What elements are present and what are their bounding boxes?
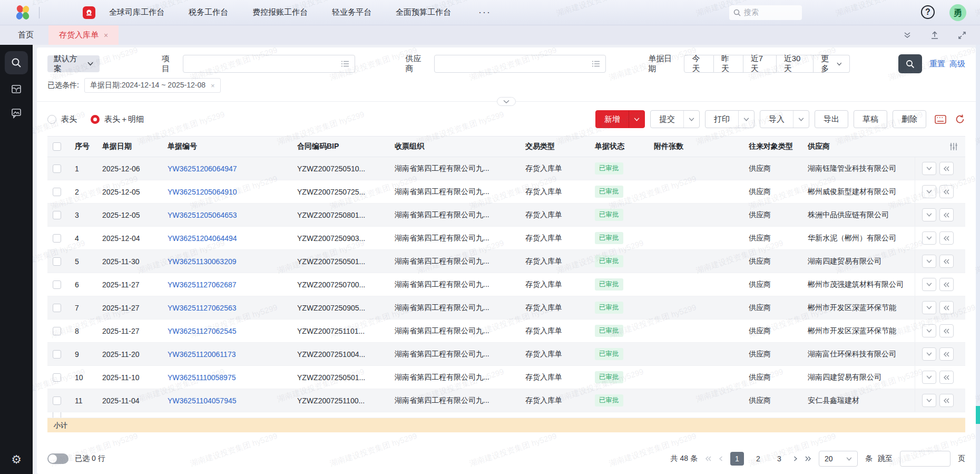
doc-number-link[interactable]: YW36251127062687 (168, 280, 237, 289)
table-row[interactable]: 1 2025-12-06 YW36251206064947 YZWZ200725… (47, 157, 965, 180)
col-header-date[interactable]: 单据日期 (97, 142, 162, 151)
col-header-status[interactable]: 单据状态 (590, 142, 649, 151)
collapse-tabs-icon[interactable] (903, 32, 912, 39)
table-row[interactable]: 8 2025-11-27 YW36251127062545 YZWZ200725… (47, 320, 965, 343)
doc-number-link[interactable]: YW36251127062563 (168, 304, 237, 312)
table-row[interactable]: 9 2025-11-20 YW36251120061173 YZWZ200725… (47, 343, 965, 366)
page-1-button[interactable]: 1 (730, 452, 744, 466)
project-input[interactable] (183, 55, 355, 73)
row-collapse-left-button[interactable] (939, 162, 954, 175)
import-button[interactable]: 导入 (760, 110, 809, 128)
expand-icon[interactable] (958, 31, 966, 40)
supplier-input[interactable] (434, 55, 606, 73)
col-header-contract[interactable]: 合同编码BIP (292, 142, 389, 151)
upload-icon[interactable] (930, 31, 939, 40)
doc-number-link[interactable]: YW36251205064653 (168, 211, 237, 219)
collapse-filter-button[interactable] (497, 97, 516, 106)
table-row[interactable]: 3 2025-12-05 YW36251205064653 YZWZ200725… (47, 204, 965, 227)
advanced-link[interactable]: 高级 (949, 59, 965, 69)
table-row[interactable]: 5 2025-11-30 YW36251130063209 YZWZ200725… (47, 250, 965, 273)
tab-home[interactable]: 首页 (0, 25, 48, 45)
table-row[interactable]: 2 2025-12-05 YW36251205064910 YZWZ200725… (47, 180, 965, 204)
delete-button[interactable]: 删除 (893, 110, 926, 128)
doc-number-link[interactable]: YW36251120061173 (168, 350, 236, 359)
row-collapse-left-button[interactable] (939, 185, 954, 198)
date-last30-button[interactable]: 近30天 (777, 55, 814, 73)
col-header-trade-type[interactable]: 交易类型 (520, 142, 590, 151)
doc-number-link[interactable]: YW36251127062545 (168, 327, 237, 335)
row-checkbox[interactable] (53, 304, 61, 312)
table-row[interactable]: 4 2025-12-04 YW36251204064494 YZWZ200725… (47, 227, 965, 250)
row-expand-button[interactable] (922, 347, 936, 361)
table-row[interactable]: 7 2025-11-27 YW36251127062563 YZWZ200725… (47, 296, 965, 320)
row-expand-button[interactable] (922, 185, 936, 198)
global-search-input[interactable]: 搜索 (729, 5, 802, 20)
tab-close-icon[interactable]: × (104, 31, 108, 40)
export-button[interactable]: 导出 (815, 110, 848, 128)
list-picker-icon[interactable] (592, 60, 600, 67)
submit-dropdown-icon[interactable] (683, 111, 699, 128)
row-collapse-left-button[interactable] (939, 347, 954, 361)
col-header-party-type[interactable]: 往来对象类型 (743, 142, 802, 151)
row-collapse-left-button[interactable] (939, 208, 954, 221)
scheme-selector[interactable]: 默认方案 (47, 55, 100, 72)
row-checkbox[interactable] (53, 280, 61, 289)
col-header-doc-no[interactable]: 单据编号 (162, 142, 292, 151)
doc-number-link[interactable]: YW36251104057945 (168, 396, 237, 405)
row-checkbox[interactable] (53, 211, 61, 219)
row-collapse-left-button[interactable] (939, 394, 954, 407)
keyboard-shortcuts-icon[interactable] (935, 115, 946, 124)
row-collapse-left-button[interactable] (939, 278, 954, 291)
row-expand-button[interactable] (922, 231, 936, 245)
condition-remove-icon[interactable]: × (211, 82, 215, 90)
tab-inventory-inbound[interactable]: 存货入库单 × (48, 25, 119, 45)
radio-header-only[interactable] (47, 115, 56, 124)
settings-gear-icon[interactable]: ⚙ (0, 453, 33, 467)
date-last7-button[interactable]: 近7天 (743, 55, 777, 73)
col-header-supplier[interactable]: 供应商 (802, 142, 915, 151)
last-page-icon[interactable] (805, 456, 811, 461)
column-filter-icon[interactable] (949, 142, 965, 151)
row-collapse-left-button[interactable] (939, 371, 954, 384)
date-yesterday-button[interactable]: 昨天 (714, 55, 743, 73)
row-expand-button[interactable] (922, 208, 936, 221)
selected-rows-toggle[interactable] (47, 453, 68, 464)
row-expand-button[interactable] (922, 301, 936, 314)
add-button[interactable]: 新增 (595, 110, 645, 128)
row-collapse-left-button[interactable] (939, 255, 954, 268)
nav-item-light-business[interactable]: 轻业务平台 (332, 7, 371, 17)
nav-item-tax[interactable]: 税务工作台 (189, 7, 228, 17)
nav-item-expense[interactable]: 费控报账工作台 (252, 7, 308, 17)
nav-more-icon[interactable]: ··· (478, 7, 491, 18)
list-picker-icon[interactable] (341, 60, 349, 67)
row-collapse-left-button[interactable] (939, 324, 954, 337)
row-expand-button[interactable] (922, 255, 936, 268)
reset-link[interactable]: 重置 (929, 59, 945, 69)
radio-header-detail[interactable] (91, 115, 100, 124)
row-expand-button[interactable] (922, 162, 936, 175)
page-2-button[interactable]: 2 (751, 452, 765, 466)
col-header-attach[interactable]: 附件张数 (649, 142, 743, 151)
row-checkbox[interactable] (53, 327, 61, 335)
pinned-app-icon[interactable] (83, 6, 95, 19)
table-row[interactable]: 10 2025-11-10 YW36251110058975 YZWZ20072… (47, 366, 965, 389)
row-checkbox[interactable] (53, 234, 61, 243)
first-page-icon[interactable] (705, 456, 711, 461)
doc-number-link[interactable]: YW36251206064947 (168, 165, 237, 173)
jump-page-input[interactable] (900, 451, 950, 467)
row-expand-button[interactable] (922, 394, 936, 407)
nav-item-budget[interactable]: 全面预算工作台 (396, 7, 451, 17)
add-dropdown-icon[interactable] (629, 111, 644, 128)
doc-number-link[interactable]: YW36251130063209 (168, 257, 237, 266)
col-header-org[interactable]: 收票组织 (389, 142, 520, 151)
row-expand-button[interactable] (922, 371, 936, 384)
sidebar-item-documents[interactable] (5, 80, 28, 99)
row-checkbox[interactable] (53, 165, 61, 173)
import-dropdown-icon[interactable] (793, 111, 809, 128)
print-dropdown-icon[interactable] (738, 111, 754, 128)
search-button[interactable] (898, 54, 922, 73)
row-checkbox[interactable] (53, 412, 61, 418)
page-3-button[interactable]: 3 (772, 452, 786, 466)
table-row[interactable]: 11 2025-11-04 YW36251104057945 YZWZ20072… (47, 389, 965, 412)
vertical-scrollbar-thumb[interactable] (976, 406, 980, 424)
